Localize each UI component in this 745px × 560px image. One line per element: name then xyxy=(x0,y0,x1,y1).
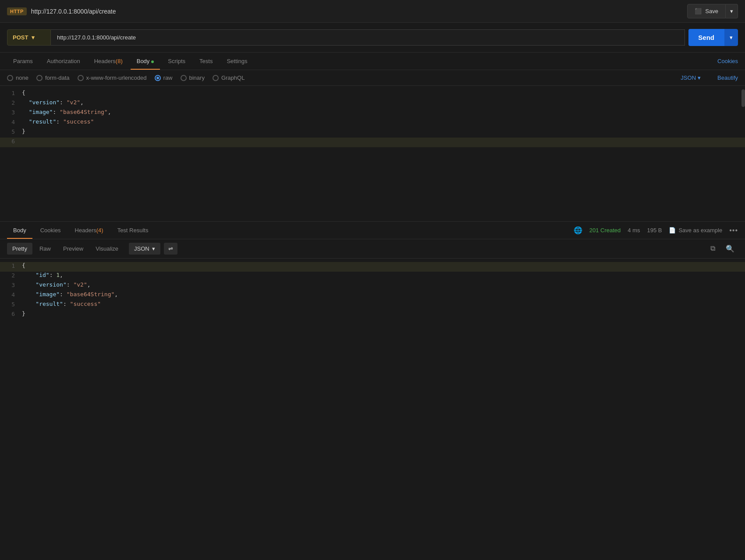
radio-graphql-circle xyxy=(213,75,219,81)
resp-line-6: 6 } xyxy=(0,310,745,320)
beautify-button[interactable]: Beautify xyxy=(717,74,738,81)
format-preview[interactable]: Preview xyxy=(58,243,89,255)
save-dropdown-button[interactable]: ▾ xyxy=(726,4,738,18)
tab-params[interactable]: Params xyxy=(7,53,39,70)
tab-body[interactable]: Body xyxy=(131,53,160,70)
radio-none[interactable]: none xyxy=(7,74,28,81)
response-time: 4 ms xyxy=(628,227,640,234)
format-right-actions: ⧉ 🔍 xyxy=(707,243,738,255)
title-right: ⬛ Save ▾ xyxy=(687,4,738,18)
resp-line-3: 3 "version": "v2", xyxy=(0,281,745,291)
radio-graphql[interactable]: GraphQL xyxy=(213,74,245,81)
editor-scrollbar[interactable] xyxy=(741,89,745,107)
tab-tests[interactable]: Tests xyxy=(193,53,219,70)
req-line-1: 1 { xyxy=(0,89,745,99)
req-line-4: 4 "result": "success" xyxy=(0,118,745,128)
radio-binary-circle xyxy=(181,75,187,81)
format-visualize[interactable]: Visualize xyxy=(90,243,124,255)
save-button[interactable]: ⬛ Save xyxy=(687,4,726,18)
tab-authorization[interactable]: Authorization xyxy=(41,53,86,70)
req-line-5: 5 } xyxy=(0,128,745,138)
url-input[interactable]: http://127.0.0.1:8000/api/create xyxy=(51,29,685,46)
request-tabs-bar: Params Authorization Headers(8) Body Scr… xyxy=(0,53,745,70)
response-tab-cookies[interactable]: Cookies xyxy=(34,222,67,239)
radio-form-data[interactable]: form-data xyxy=(36,74,70,81)
send-button[interactable]: Send xyxy=(688,29,724,46)
tab-scripts[interactable]: Scripts xyxy=(162,53,192,70)
radio-urlencoded[interactable]: x-www-form-urlencoded xyxy=(78,74,147,81)
request-body-editor[interactable]: 1 { 2 "version": "v2", 3 "image": "base6… xyxy=(0,86,745,222)
radio-none-circle xyxy=(7,75,13,81)
radio-raw-circle xyxy=(155,75,161,81)
response-tab-test-results[interactable]: Test Results xyxy=(111,222,155,239)
wrap-button[interactable]: ⇌ xyxy=(164,243,177,255)
wrap-icon: ⇌ xyxy=(168,245,173,252)
title-left: HTTP http://127.0.0.1:8000/api/create xyxy=(7,7,116,15)
method-select[interactable]: POST ▾ xyxy=(7,29,51,46)
send-group: Send ▾ xyxy=(688,29,738,46)
save-icon: ⬛ xyxy=(695,8,702,14)
response-tab-headers[interactable]: Headers(4) xyxy=(69,222,110,239)
send-dropdown-button[interactable]: ▾ xyxy=(724,29,738,46)
status-badge: 201 Created xyxy=(589,227,621,234)
save-example-icon: 📄 xyxy=(669,227,676,234)
search-icon[interactable]: 🔍 xyxy=(722,243,738,255)
req-line-2: 2 "version": "v2", xyxy=(0,99,745,109)
json-type-select[interactable]: JSON ▾ xyxy=(681,74,701,81)
resp-line-5: 5 "result": "success" xyxy=(0,301,745,310)
format-pretty[interactable]: Pretty xyxy=(7,243,32,255)
tab-headers[interactable]: Headers(8) xyxy=(88,53,129,70)
cookies-link[interactable]: Cookies xyxy=(717,58,738,64)
more-options-button[interactable]: ••• xyxy=(729,227,738,234)
title-bar: HTTP http://127.0.0.1:8000/api/create ⬛ … xyxy=(0,0,745,23)
title-url: http://127.0.0.1:8000/api/create xyxy=(31,8,116,15)
resp-line-2: 2 "id": 1, xyxy=(0,272,745,281)
save-example-button[interactable]: 📄 Save as example xyxy=(669,227,722,234)
response-code-lines: 1 { 2 "id": 1, 3 "version": "v2", 4 "ima… xyxy=(0,259,745,323)
resp-line-1: 1 { xyxy=(0,262,745,272)
response-size: 195 B xyxy=(647,227,662,234)
response-body-editor: 1 { 2 "id": 1, 3 "version": "v2", 4 "ima… xyxy=(0,259,745,346)
radio-form-data-circle xyxy=(36,75,43,81)
url-bar: POST ▾ http://127.0.0.1:8000/api/create … xyxy=(0,23,745,53)
tab-settings[interactable]: Settings xyxy=(220,53,253,70)
response-json-select[interactable]: JSON ▾ xyxy=(129,243,160,255)
req-line-3: 3 "image": "base64String", xyxy=(0,109,745,118)
radio-raw[interactable]: raw xyxy=(155,74,173,81)
response-format-bar: Pretty Raw Preview Visualize JSON ▾ ⇌ ⧉ … xyxy=(0,239,745,259)
response-meta: 🌐 201 Created 4 ms 195 B 📄 Save as examp… xyxy=(574,226,738,234)
format-raw[interactable]: Raw xyxy=(34,243,56,255)
radio-urlencoded-circle xyxy=(78,75,84,81)
body-dot xyxy=(151,60,154,63)
radio-binary[interactable]: binary xyxy=(181,74,205,81)
response-tab-body[interactable]: Body xyxy=(7,222,32,239)
globe-icon: 🌐 xyxy=(574,226,582,234)
req-line-6: 6 xyxy=(0,138,745,147)
copy-icon[interactable]: ⧉ xyxy=(707,243,719,255)
request-code-lines: 1 { 2 "version": "v2", 3 "image": "base6… xyxy=(0,86,745,151)
response-tabs-bar: Body Cookies Headers(4) Test Results 🌐 2… xyxy=(0,222,745,239)
resp-line-4: 4 "image": "base64String", xyxy=(0,291,745,301)
http-badge: HTTP xyxy=(7,7,27,15)
body-options-bar: none form-data x-www-form-urlencoded raw… xyxy=(0,70,745,86)
